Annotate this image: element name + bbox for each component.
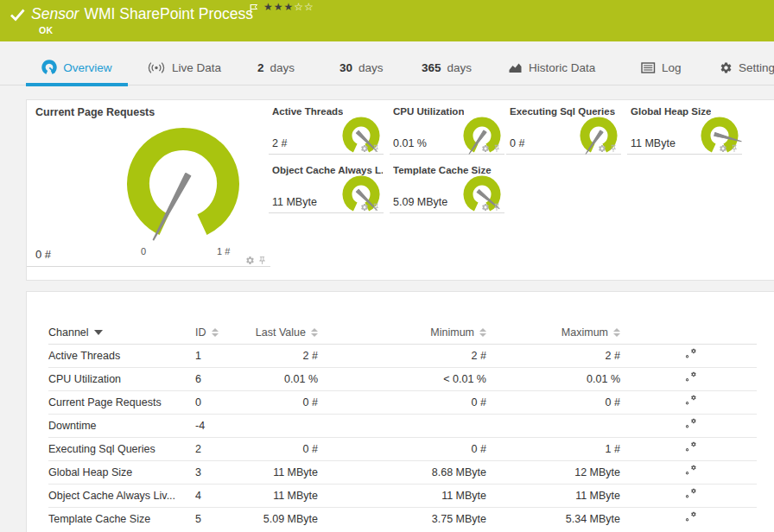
channel-settings-icon[interactable] — [685, 395, 700, 408]
tab-number: 2 — [257, 61, 264, 74]
minimum-value: 3.75 MByte — [325, 507, 493, 530]
pin-icon[interactable] — [371, 144, 380, 153]
channel-name: Executing Sql Queries — [48, 437, 195, 460]
page-title: WMI SharePoint Process — [84, 5, 252, 22]
gauge-scale-max: 1 # — [217, 246, 230, 256]
small-gauge — [335, 168, 387, 220]
channel-id: 3 — [195, 460, 247, 484]
priority-stars[interactable]: ★★★☆☆ — [263, 1, 314, 13]
channel-id: 1 — [195, 344, 247, 367]
sort-icon — [212, 328, 219, 337]
gauge-tile-active-threads[interactable]: Active Threads 2 # — [269, 100, 384, 155]
pin-icon[interactable] — [371, 203, 380, 212]
tab-log[interactable]: Log — [641, 41, 682, 86]
gauge-icon — [41, 60, 57, 75]
tab-historic-data[interactable]: Historic Data — [508, 41, 595, 86]
gauge-tile-global-heap-size[interactable]: Global Heap Size 11 MByte — [627, 100, 742, 155]
favorite-flag-icon[interactable] — [250, 3, 258, 16]
gear-icon[interactable] — [598, 144, 606, 153]
star-icon[interactable]: ★ — [274, 1, 284, 13]
column-header-minimum[interactable]: Minimum — [325, 321, 493, 344]
table-row: Global Heap Size 3 11 MByte 8.68 MByte 1… — [48, 460, 757, 484]
channel-settings-icon[interactable] — [685, 418, 700, 431]
pin-icon[interactable] — [492, 203, 501, 212]
small-gauge — [335, 110, 387, 162]
maximum-value: 0 # — [493, 390, 627, 414]
channel-table: Channel ID Last Value Minimum Maximum — [48, 321, 757, 530]
gear-icon[interactable] — [481, 203, 490, 212]
maximum-value — [493, 414, 627, 437]
maximum-value: 1 # — [493, 437, 627, 460]
star-icon[interactable]: ★ — [284, 1, 295, 13]
sort-icon — [613, 328, 620, 337]
channel-settings-icon[interactable] — [685, 348, 700, 361]
minimum-value: 0 # — [325, 390, 493, 414]
channel-name: Downtime — [48, 414, 195, 437]
pin-icon[interactable] — [257, 256, 267, 265]
channel-settings-icon[interactable] — [685, 465, 700, 478]
channel-id: 5 — [195, 507, 247, 530]
column-header-last-value[interactable]: Last Value — [247, 321, 325, 344]
pin-icon[interactable] — [609, 144, 618, 153]
maximum-value: 11 MByte — [493, 484, 627, 507]
channel-settings-icon[interactable] — [685, 441, 700, 454]
last-value: 11 MByte — [247, 460, 325, 484]
last-value: 0.01 % — [247, 367, 325, 390]
gauge-tile-current-page-requests[interactable]: Current Page Requests 0 1 # 0 # — [27, 100, 270, 267]
sort-icon — [479, 328, 486, 337]
gauge-title: CPU Utilization — [393, 106, 464, 117]
area-chart-icon — [508, 62, 523, 73]
tab-overview[interactable]: Overview — [26, 41, 128, 86]
status-badge: OK — [39, 25, 54, 35]
maximum-value: 12 MByte — [493, 460, 627, 484]
gauge-value: 0 # — [35, 248, 51, 261]
column-header-id[interactable]: ID — [195, 321, 247, 344]
tab-settings[interactable]: Settings — [720, 41, 774, 86]
small-gauge — [573, 110, 625, 162]
star-icon[interactable]: ★ — [263, 1, 274, 13]
tab-live-data[interactable]: Live Data — [147, 41, 221, 86]
maximum-value: 0.01 % — [493, 367, 627, 390]
channel-settings-icon[interactable] — [685, 371, 700, 384]
minimum-value: 11 MByte — [325, 484, 493, 507]
gear-icon[interactable] — [360, 144, 369, 153]
gear-icon[interactable] — [360, 203, 369, 212]
gauge-tile-cpu-utilization[interactable]: CPU Utilization 0.01 % — [390, 100, 504, 155]
gear-icon[interactable] — [245, 256, 255, 265]
star-icon[interactable]: ☆ — [304, 1, 314, 13]
active-tab-underline — [26, 83, 128, 86]
gauge-title: Active Threads — [272, 106, 343, 117]
gauge-value: 5.09 MByte — [393, 196, 447, 208]
table-row: CPU Utilization 6 0.01 % < 0.01 % 0.01 % — [48, 367, 757, 390]
star-icon[interactable]: ☆ — [294, 1, 304, 13]
channel-settings-icon[interactable] — [685, 511, 700, 524]
channel-settings-icon[interactable] — [685, 488, 700, 501]
broadcast-icon — [147, 61, 166, 74]
column-header-maximum[interactable]: Maximum — [493, 321, 627, 344]
gauge-tile-template-cache-size[interactable]: Template Cache Size 5.09 MByte — [390, 159, 504, 213]
gauge-tile-executing-sql-queries[interactable]: Executing Sql Queries 0 # — [506, 100, 621, 155]
gear-icon[interactable] — [481, 144, 490, 153]
small-gauge — [456, 110, 508, 162]
tab-bar: Overview Live Data 2 days 30 days 365 da… — [0, 41, 774, 86]
minimum-value: 2 # — [325, 344, 493, 367]
primary-gauge — [118, 119, 248, 249]
last-value: 5.09 MByte — [247, 507, 325, 530]
gear-icon — [720, 61, 733, 74]
tab-365-days[interactable]: 365 days — [422, 41, 472, 86]
column-header-channel[interactable]: Channel — [48, 321, 195, 344]
tab-30-days[interactable]: 30 days — [339, 41, 384, 86]
last-value: 0 # — [247, 437, 325, 460]
last-value: 11 MByte — [247, 484, 325, 507]
gauge-scale-min: 0 — [141, 246, 146, 256]
gear-icon[interactable] — [719, 144, 727, 153]
pin-icon[interactable] — [730, 144, 739, 153]
pin-icon[interactable] — [492, 144, 501, 153]
gauge-title: Current Page Requests — [35, 106, 155, 118]
gauge-value: 0 # — [510, 137, 524, 149]
gauge-tile-object-cache[interactable]: Object Cache Always L... 11 MByte — [269, 159, 384, 213]
tab-label: Overview — [63, 61, 111, 74]
tab-2-days[interactable]: 2 days — [257, 41, 295, 86]
channel-id: 0 — [195, 390, 247, 414]
tab-label: days — [358, 61, 384, 74]
